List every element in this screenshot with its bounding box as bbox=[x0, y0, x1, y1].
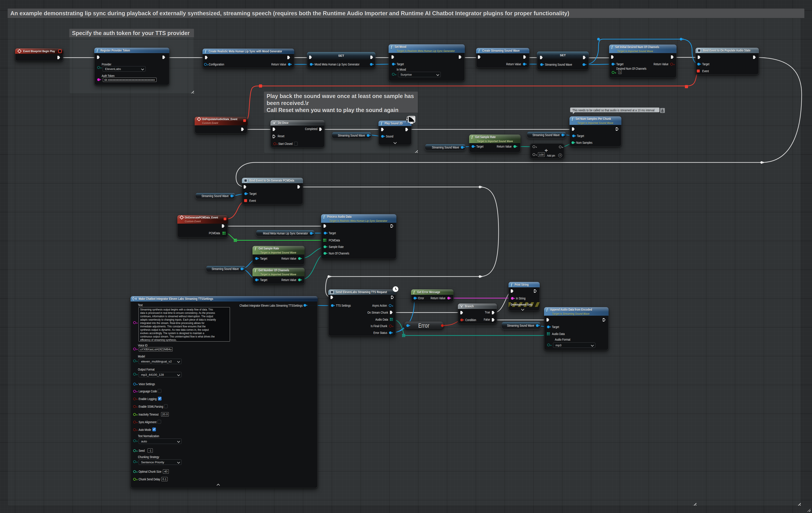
svg-text:1: 1 bbox=[275, 121, 276, 123]
